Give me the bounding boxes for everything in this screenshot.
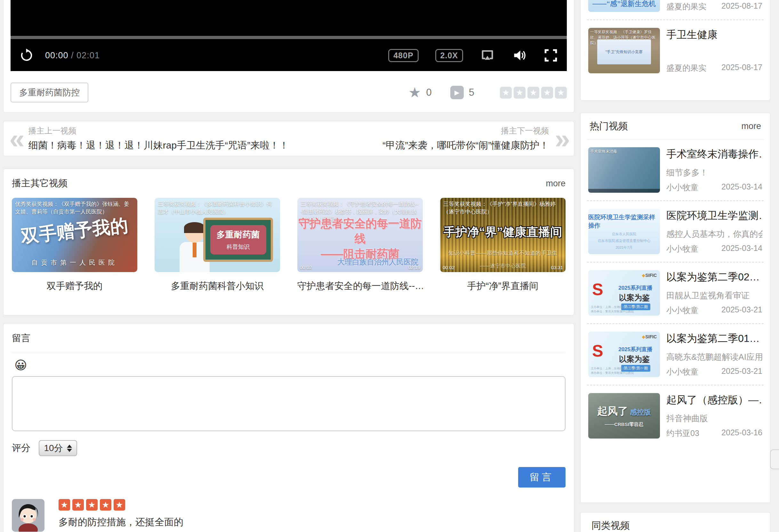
current-time: 00:00 bbox=[45, 51, 68, 60]
video-thumbnail[interactable]: S ◆SIFIC 2025系列直播 以案为鉴 第二季 第二期 主办单位：上海…生… bbox=[588, 270, 660, 316]
prev-video-title[interactable]: 细菌！病毒！退！退！退！川妹rap手卫生洗手“咒语”来啦！！ bbox=[28, 139, 289, 152]
time-display: 00:00 / 02:01 bbox=[45, 51, 100, 60]
thumb-main-text: 守护患者安全的每一道防线 ——阻击耐药菌 bbox=[297, 216, 423, 261]
comment-text: 多耐的防控措施，还挺全面的 bbox=[59, 516, 183, 529]
next-chevron-icon[interactable]: » bbox=[555, 127, 568, 150]
video-thumbnail[interactable]: 三等奖获奖视频：《手护“净”界直播间》杨雅婷（遂宁市中心医院） 手护净“界”健康… bbox=[440, 198, 565, 272]
video-subtitle: 感控人员基本功，你真的会采 bbox=[666, 229, 762, 240]
thumb-main-text: 双手赠予我的 bbox=[20, 214, 129, 249]
thumb-bottom-text: 大理白族自治州人民医院 bbox=[337, 257, 418, 267]
video-surface[interactable]: 00:00 / 02:01 480P 2.0X bbox=[11, 0, 567, 71]
video-caption[interactable]: 守护患者安全的每一道防线--… bbox=[297, 280, 423, 293]
video-author: 小小牧童 bbox=[666, 182, 698, 193]
video-title[interactable]: 起风了（感控版）—… bbox=[666, 393, 762, 407]
prev-chevron-icon[interactable]: « bbox=[9, 127, 23, 150]
next-video-title[interactable]: “甲流”来袭，哪吒带你“闹”懂健康防护！ bbox=[382, 139, 549, 152]
sidebar-video-item[interactable]: 医院环境卫生学监测采样操作 启东市人民医院 启东市医院感染管理质量控制中心 20… bbox=[587, 201, 764, 262]
video-title[interactable]: 手卫生健康 bbox=[666, 28, 762, 42]
hot-videos-more-link[interactable]: more bbox=[741, 121, 761, 131]
rating-widget: ★ ★ ★ ★ ★ bbox=[500, 87, 567, 99]
star-icon: ★ bbox=[86, 499, 98, 511]
sidebar-video-item[interactable]: 手术室终末消毒 手术室终末消毒操作… 细节多多！ 小小牧童 2025-03-14 bbox=[587, 139, 764, 200]
comments-title: 留言 bbox=[12, 323, 565, 353]
fullscreen-icon[interactable] bbox=[544, 48, 558, 62]
thumb-caption: ——“感”退新生危机 bbox=[588, 0, 660, 9]
other-videos-more-link[interactable]: more bbox=[546, 179, 565, 188]
emoji-picker-button[interactable]: 😀 bbox=[14, 358, 27, 372]
comment-entry: ★ ★ ★ ★ ★ 多耐的防控措施，还挺全面的 bbox=[12, 499, 565, 532]
duration: 02:01 bbox=[76, 51, 100, 60]
video-author: 小小牧童 bbox=[666, 244, 698, 254]
related-videos-title: 同类视频 bbox=[591, 519, 630, 532]
video-thumbnail[interactable]: “手卫”先锋知识小竞赛 一等奖获奖视频：《手卫健康》罗佳欣、蒋羽婷、汤小萍等（遂… bbox=[588, 28, 660, 73]
video-author: 小小牧童 bbox=[666, 366, 698, 377]
sidebar-video-item[interactable]: 起风了感控版 ——CRBSI零容忍 起风了（感控版）—… 抖音神曲版 约书亚03… bbox=[587, 386, 764, 446]
volume-icon[interactable] bbox=[512, 48, 527, 62]
video-title[interactable]: 医院环境卫生学监测… bbox=[666, 209, 762, 223]
blackboard-illustration: 多重耐药菌 科普知识 bbox=[203, 218, 273, 262]
video-title[interactable]: 以案为鉴第二季01… bbox=[666, 332, 762, 346]
thumb-overlay-text: 一等奖获奖视频：《手卫健康》罗佳欣、蒋羽婷、汤小萍等（遂宁市中心医院） bbox=[588, 28, 660, 47]
video-thumbnail[interactable]: S ◆SIFIC 2025系列直播 以案为鉴 第二季 第一期 主办单位：上海…生… bbox=[588, 332, 660, 377]
video-date: 2025-03-21 bbox=[721, 366, 762, 377]
video-thumbnail[interactable]: 手术室终末消毒 bbox=[588, 147, 660, 193]
speed-button[interactable]: 2.0X bbox=[435, 49, 463, 62]
other-videos-card: 播主其它视频 more 优秀奖获奖视频：《双手赠予我的》张钰涵、姜文婧、曹莉等（… bbox=[3, 169, 574, 315]
rate-star-icon[interactable]: ★ bbox=[528, 87, 539, 99]
sidebar-video-item[interactable]: S ◆SIFIC 2025系列直播 以案为鉴 第二季 第一期 主办单位：上海…生… bbox=[587, 324, 764, 385]
prev-video-label: 播主上一视频 bbox=[28, 125, 289, 136]
next-video-link[interactable]: 播主下一视频 “甲流”来袭，哪吒带你“闹”懂健康防护！ bbox=[382, 125, 549, 152]
cast-icon[interactable] bbox=[480, 48, 495, 62]
video-author: 盛夏的果实 bbox=[666, 63, 706, 73]
quality-button[interactable]: 480P bbox=[388, 49, 418, 62]
rating-select[interactable]: 10分 bbox=[39, 440, 77, 456]
video-thumbnail[interactable]: 三等奖获奖视频：《守护患者安全的每一道防线---阻击耐药菌》杨彦芬，段丽屏，梁婷… bbox=[297, 198, 423, 272]
rate-star-icon[interactable]: ★ bbox=[514, 87, 526, 99]
thumb-overlay-text: 三等奖获奖视频：《多重耐药菌科普小知识》何志才（中山市小榄人民医院） bbox=[155, 198, 280, 218]
video-date: 2025-03-16 bbox=[721, 428, 762, 438]
rate-star-icon[interactable]: ★ bbox=[555, 87, 567, 99]
video-caption[interactable]: 双手赠予我的 bbox=[12, 280, 137, 293]
rating-select-value: 10分 bbox=[44, 442, 63, 454]
prev-next-card: « 播主上一视频 细菌！病毒！退！退！退！川妹rap手卫生洗手“咒语”来啦！！ … bbox=[3, 121, 574, 156]
video-author: 约书亚03 bbox=[666, 428, 699, 438]
submit-comment-button[interactable]: 留言 bbox=[518, 467, 565, 487]
play-count: 5 bbox=[469, 87, 474, 98]
video-thumbnail[interactable]: ——“感”退新生危机 bbox=[588, 0, 660, 12]
video-card[interactable]: 优秀奖获奖视频：《双手赠予我的》张钰涵、姜文婧、曹莉等（自贡市第一人民医院） 双… bbox=[12, 198, 137, 293]
video-thumbnail[interactable]: 医院环境卫生学监测采样操作 启东市人民医院 启东市医院感染管理质量控制中心 20… bbox=[588, 209, 660, 254]
video-thumbnail[interactable]: 起风了感控版 ——CRBSI零容忍 bbox=[588, 393, 660, 438]
rate-star-icon[interactable]: ★ bbox=[541, 87, 553, 99]
replay-icon[interactable] bbox=[19, 48, 34, 62]
sidebar-recent-card: ——“感”退新生危机 盛夏的果实 2025-08-17 “手卫”先锋知识小竞赛 … bbox=[580, 0, 770, 101]
video-card[interactable]: 三等奖获奖视频：《守护患者安全的每一道防线---阻击耐药菌》杨彦芬，段丽屏，梁婷… bbox=[297, 198, 423, 293]
video-author: 盛夏的果实 bbox=[666, 1, 706, 12]
video-title[interactable]: 以案为鉴第二季02… bbox=[666, 270, 762, 284]
video-caption[interactable]: 手护“净”界直播间 bbox=[440, 280, 565, 293]
video-date: 2025-03-14 bbox=[721, 244, 762, 254]
video-subtitle: 田靓从卫监视角看审证 bbox=[666, 290, 762, 301]
video-thumbnail[interactable]: 优秀奖获奖视频：《双手赠予我的》张钰涵、姜文婧、曹莉等（自贡市第一人民医院） 双… bbox=[12, 198, 137, 272]
thumb-bottom-text: ——遂宁市中心医院 bbox=[440, 263, 565, 270]
other-videos-title: 播主其它视频 bbox=[12, 177, 67, 190]
seek-bar[interactable] bbox=[11, 36, 567, 39]
thumb-main-text: 医院环境卫生学监测采样操作 bbox=[588, 213, 660, 230]
video-title[interactable]: 手术室终末消毒操作… bbox=[666, 147, 762, 161]
sidebar-video-item[interactable]: S ◆SIFIC 2025系列直播 以案为鉴 第二季 第二期 主办单位：上海…生… bbox=[587, 262, 764, 323]
sidebar-video-item[interactable]: “手卫”先锋知识小竞赛 一等奖获奖视频：《手卫健康》罗佳欣、蒋羽婷、汤小萍等（遂… bbox=[587, 20, 764, 81]
video-thumbnail[interactable]: 多重耐药菌 科普知识 三等奖获奖视频：《多重耐药菌科普小知识》何志才（中山市小榄… bbox=[155, 198, 280, 272]
video-card[interactable]: 多重耐药菌 科普知识 三等奖获奖视频：《多重耐药菌科普小知识》何志才（中山市小榄… bbox=[155, 198, 280, 293]
sidebar-video-item[interactable]: ——“感”退新生危机 盛夏的果实 2025-08-17 bbox=[587, 0, 764, 19]
rate-star-icon[interactable]: ★ bbox=[500, 87, 512, 99]
video-caption[interactable]: 多重耐药菌科普小知识 bbox=[155, 280, 280, 293]
video-date: 2025-08-17 bbox=[721, 63, 762, 73]
related-videos-card: 同类视频 bbox=[580, 512, 770, 532]
other-videos-grid: 优秀奖获奖视频：《双手赠予我的》张钰涵、姜文婧、曹莉等（自贡市第一人民医院） 双… bbox=[12, 198, 565, 293]
video-card[interactable]: 三等奖获奖视频：《手护“净”界直播间》杨雅婷（遂宁市中心医院） 手护净“界”健康… bbox=[440, 198, 565, 293]
comment-input[interactable] bbox=[12, 376, 565, 431]
floating-widget[interactable] bbox=[770, 450, 779, 469]
thumb-overlay-text: 三等奖获奖视频：《手护“净”界直播间》杨雅婷（遂宁市中心医院） bbox=[440, 198, 565, 218]
prev-video-link[interactable]: 播主上一视频 细菌！病毒！退！退！退！川妹rap手卫生洗手“咒语”来啦！！ bbox=[28, 125, 289, 152]
thumb-overlay-text: 手术室终末消毒 bbox=[588, 147, 660, 156]
video-tag[interactable]: 多重耐药菌防控 bbox=[11, 82, 88, 103]
